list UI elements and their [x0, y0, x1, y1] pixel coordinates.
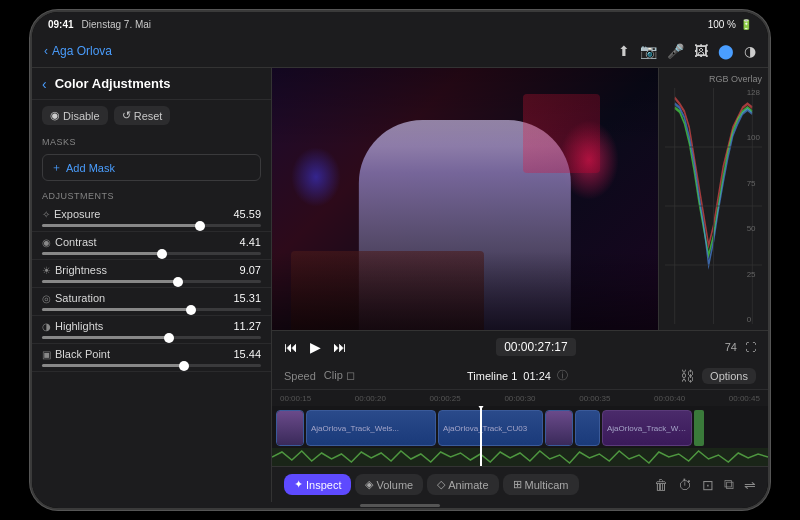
fullscreen-icon[interactable]: ⛶	[745, 341, 756, 353]
clip-3[interactable]: AjaOrlova_Track_CU03	[438, 410, 543, 446]
ruler-mark: 00:00:20	[355, 394, 386, 403]
bottom-right-icons: 🗑 ⏱ ⊡ ⧉ ⇌	[654, 476, 756, 493]
options-button[interactable]: Options	[702, 368, 756, 384]
video-vignette	[272, 68, 658, 330]
play-button[interactable]: ▶	[310, 339, 321, 355]
disable-button[interactable]: ◉ Disable	[42, 106, 108, 125]
adj-label: Exposure	[54, 208, 100, 220]
timeline-header: Speed Clip ◻ Timeline 1 01:24 ⓘ ⛓ Option…	[272, 362, 768, 390]
panel-header: ‹ Color Adjustments	[32, 68, 271, 100]
slider-track[interactable]	[42, 308, 261, 311]
reset-label: Reset	[134, 110, 163, 122]
adj-value: 45.59	[233, 208, 261, 220]
battery-icon: 🔋	[740, 19, 752, 30]
tab-multicam[interactable]: ⊞ Multicam	[503, 474, 579, 495]
adjustments-section-label: ADJUSTMENTS	[32, 185, 271, 204]
main-content: ‹ Color Adjustments ◉ Disable ↺ Reset MA…	[32, 68, 768, 502]
clip-6[interactable]: AjaOrlova_Track_Wels0	[602, 410, 692, 446]
timeline-duration: 01:24	[523, 370, 551, 382]
panel-back-button[interactable]: ‹	[42, 76, 47, 92]
ruler-mark: 00:00:40	[654, 394, 685, 403]
hist-value-50: 50	[747, 224, 760, 233]
speed-icon[interactable]: ⇌	[744, 477, 756, 493]
export-icon[interactable]: ⬆	[618, 43, 630, 59]
add-mask-button[interactable]: ＋ Add Mask	[42, 154, 261, 181]
chain-icon[interactable]: ⛓	[680, 368, 694, 384]
hist-value-25: 25	[747, 270, 760, 279]
tab-volume[interactable]: ◈ Volume	[355, 474, 423, 495]
clip-label: Clip ◻	[324, 369, 355, 382]
tab-animate[interactable]: ◇ Animate	[427, 474, 498, 495]
transform-icon[interactable]: ⧉	[724, 476, 734, 493]
clip-4[interactable]	[545, 410, 573, 446]
adj-label: Saturation	[55, 292, 105, 304]
clock-icon[interactable]: ⏱	[678, 477, 692, 493]
masks-section-label: MASKS	[32, 131, 271, 150]
inspect-label: Inspect	[306, 479, 341, 491]
histogram-label: RGB Overlay	[665, 74, 762, 84]
reset-icon: ↺	[122, 109, 131, 122]
ruler-mark: 00:00:30	[504, 394, 535, 403]
playhead-indicator	[476, 406, 486, 410]
mic-icon[interactable]: 🎤	[667, 43, 684, 59]
add-icon: ＋	[51, 160, 62, 175]
crop-icon[interactable]: ⊡	[702, 477, 714, 493]
timeline-tracks: AjaOrlova_Track_Wels... AjaOrlova_Track_…	[272, 406, 768, 466]
photo-icon[interactable]: 🖼	[694, 43, 708, 59]
device-frame: 09:41 Dienstag 7. Mai 100 % 🔋 ‹ Aga Orlo…	[30, 10, 770, 510]
timeline-ruler: 00:00:15 00:00:20 00:00:25 00:00:30 00:0…	[272, 390, 768, 406]
adjustment-item: ◑ Highlights 11.27	[32, 316, 271, 344]
audio-waveform	[272, 448, 768, 466]
adj-label: Contrast	[55, 236, 97, 248]
histogram-chart: 128 100 75 50 25 0	[665, 88, 762, 324]
playhead	[480, 406, 482, 466]
zoom-level: 74	[725, 341, 737, 353]
adjustment-item: ☀ Brightness 9.07	[32, 260, 271, 288]
back-chevron-icon: ‹	[44, 44, 48, 58]
slider-track[interactable]	[42, 224, 261, 227]
ruler-mark: 00:00:25	[430, 394, 461, 403]
ruler-mark: 00:00:45	[729, 394, 760, 403]
toolbar-icons: ⬆ 📷 🎤 🖼 ⬤ ◑	[618, 43, 756, 59]
battery-label: 100 %	[708, 19, 736, 30]
adj-label: Brightness	[55, 264, 107, 276]
timeline-area: Speed Clip ◻ Timeline 1 01:24 ⓘ ⛓ Option…	[272, 362, 768, 466]
slider-track[interactable]	[42, 280, 261, 283]
animate-icon: ◇	[437, 478, 445, 491]
playback-bar: ⏮ ▶ ⏭ 00:00:27:17 74 ⛶	[272, 330, 768, 362]
slider-track[interactable]	[42, 252, 261, 255]
play-controls: ⏮ ▶ ⏭	[284, 339, 347, 355]
hist-value-100: 100	[747, 133, 760, 142]
adj-icon: ◉	[42, 237, 51, 248]
reset-button[interactable]: ↺ Reset	[114, 106, 171, 125]
settings-icon[interactable]: ◑	[744, 43, 756, 59]
home-indicator	[32, 502, 768, 508]
hist-value-0: 0	[747, 315, 760, 324]
adjustment-item: ▣ Black Point 15.44	[32, 344, 271, 372]
back-button[interactable]: ‹ Aga Orlova	[44, 44, 112, 58]
trash-icon[interactable]: 🗑	[654, 477, 668, 493]
playback-right: 74 ⛶	[725, 341, 756, 353]
skip-back-button[interactable]: ⏮	[284, 339, 298, 355]
clip-5[interactable]	[575, 410, 600, 446]
adjustment-item: ✧ Exposure 45.59	[32, 204, 271, 232]
slider-track[interactable]	[42, 336, 261, 339]
clip-thumb	[277, 411, 303, 445]
timeline-controls: ⛓ Options	[680, 368, 756, 384]
tab-inspect[interactable]: ✦ Inspect	[284, 474, 351, 495]
adjustment-item: ◉ Contrast 4.41	[32, 232, 271, 260]
adj-label: Highlights	[55, 320, 103, 332]
clip-1[interactable]	[276, 410, 304, 446]
slider-track[interactable]	[42, 364, 261, 367]
adj-value: 11.27	[233, 320, 261, 332]
adj-label: Black Point	[55, 348, 110, 360]
camera-icon[interactable]: 📷	[640, 43, 657, 59]
adj-icon: ▣	[42, 349, 51, 360]
clip-2[interactable]: AjaOrlova_Track_Wels...	[306, 410, 436, 446]
color-icon[interactable]: ⬤	[718, 43, 734, 59]
adj-value: 15.31	[233, 292, 261, 304]
adj-value: 9.07	[240, 264, 261, 276]
disable-icon: ◉	[50, 109, 60, 122]
skip-forward-button[interactable]: ⏭	[333, 339, 347, 355]
adj-icon: ◑	[42, 321, 51, 332]
